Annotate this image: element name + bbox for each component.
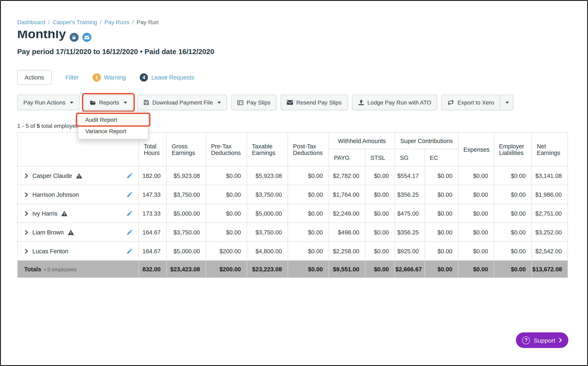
table-cell: $5,000.00: [166, 204, 206, 223]
lodge-pay-run-ato-button[interactable]: Lodge Pay Run with ATO: [352, 95, 437, 110]
warning-icon[interactable]: [68, 229, 74, 235]
table-cell: $2,782.00: [329, 166, 365, 185]
employee-name[interactable]: Lucas Fenton: [32, 248, 68, 254]
expand-chevron-icon[interactable]: [24, 192, 29, 197]
table-cell: $0.00: [425, 185, 458, 204]
edit-pencil-icon[interactable]: [127, 173, 132, 178]
export-to-xero-caret-button[interactable]: [500, 95, 513, 110]
edit-pencil-icon[interactable]: [127, 248, 132, 254]
table-cell: $5,000.00: [166, 242, 206, 260]
support-button[interactable]: ? Support: [516, 332, 568, 348]
breadcrumb-business[interactable]: Casper's Training: [53, 19, 97, 25]
toolbar: Pay Run Actions Reports Download Payment…: [17, 95, 571, 110]
lock-icon[interactable]: [70, 33, 79, 42]
page-header: Monthly: [17, 31, 571, 43]
warning-icon[interactable]: [61, 210, 68, 216]
expand-chevron-icon[interactable]: [24, 249, 29, 253]
table-cell: $200.00: [206, 242, 247, 260]
download-payment-file-label: Download Payment File: [152, 99, 213, 106]
breadcrumb-dashboard[interactable]: Dashboard: [17, 19, 45, 25]
pretax-deductions-total: $200.00: [206, 260, 247, 278]
tab-leave-requests[interactable]: 4 Leave Requests: [140, 73, 195, 82]
pay-slips-label: Pay Slips: [247, 99, 271, 106]
breadcrumb-current: Pay Run: [137, 19, 158, 25]
menu-item-variance-report[interactable]: Variance Report: [78, 125, 148, 137]
pay-slips-button[interactable]: Pay Slips: [231, 95, 277, 110]
edit-pencil-icon[interactable]: [127, 229, 132, 235]
table-cell: $356.25: [395, 223, 425, 242]
caret-down-icon: [70, 101, 73, 104]
pay-run-actions-button[interactable]: Pay Run Actions: [17, 95, 79, 110]
summary-prefix: 1 - 5 of: [17, 122, 37, 129]
tab-actions[interactable]: Actions: [17, 70, 52, 85]
chevron-right-icon: [559, 338, 562, 343]
menu-item-audit-report[interactable]: Audit Report: [78, 114, 148, 125]
lodge-pay-run-ato-label: Lodge Pay Run with ATO: [367, 99, 431, 106]
expand-chevron-icon[interactable]: [24, 211, 29, 216]
group-super-contributions: Super Contributions: [395, 133, 458, 149]
totals-label: Totals: [24, 266, 41, 272]
payg-total: $9,551.00: [329, 260, 365, 278]
tab-warning[interactable]: 1 Warning: [93, 73, 126, 82]
table-cell: $0.00: [365, 166, 395, 185]
employee-name[interactable]: Ivy Harris: [32, 210, 57, 217]
col-pretax-deductions: Pre-Tax Deductions: [206, 133, 247, 166]
employer-liabilities-total: $0.00: [494, 260, 532, 278]
table-cell: $3,141.08: [532, 166, 568, 185]
tab-filter[interactable]: Filter: [65, 74, 78, 81]
export-to-xero-button[interactable]: Export to Xero: [442, 95, 500, 110]
edit-pencil-icon[interactable]: [127, 210, 132, 216]
breadcrumb-pay-runs[interactable]: Pay Runs: [105, 19, 129, 25]
resend-pay-slips-button[interactable]: Resend Pay Slips: [281, 95, 348, 110]
table-cell: $2,258.00: [329, 242, 365, 260]
table-cell: $4,800.00: [247, 242, 288, 260]
edit-pencil-icon[interactable]: [127, 192, 132, 197]
export-to-xero-label: Export to Xero: [458, 99, 494, 106]
table-cell: $0.00: [206, 223, 247, 242]
table-cell: $0.00: [425, 166, 458, 185]
table-cell: $0.00: [288, 185, 329, 204]
table-row: Lucas Fenton164.67$5,000.00$200.00$4,800…: [17, 242, 568, 260]
totals-label-cell: Totals • 5 employees: [17, 260, 139, 278]
table-cell: $0.00: [494, 204, 532, 223]
table-cell: $0.00: [425, 223, 458, 242]
envelope-icon[interactable]: [82, 33, 91, 42]
total-hours-total: 832.00: [139, 260, 166, 278]
folder-open-icon: [90, 100, 96, 105]
reports-button[interactable]: Reports: [83, 95, 133, 110]
expand-chevron-icon[interactable]: [24, 173, 29, 178]
table-cell: $0.00: [365, 223, 395, 242]
table-cell: $0.00: [206, 204, 247, 223]
question-circle-icon: ?: [522, 336, 530, 344]
resend-pay-slips-label: Resend Pay Slips: [296, 99, 341, 106]
table-cell: $0.00: [288, 242, 329, 260]
table-cell: $356.25: [395, 185, 425, 204]
pay-period-subtitle: Pay period 17/11/2020 to 16/12/2020 • Pa…: [17, 47, 571, 56]
table-cell: $0.00: [288, 204, 329, 223]
employee-name[interactable]: Liam Brown: [32, 229, 64, 236]
summary-suffix: total employees: [40, 122, 82, 129]
table-cell: $3,252.00: [532, 223, 568, 242]
table-row: Liam Brown164.67$3,750.00$0.00$3,750.00$…: [17, 223, 568, 242]
table-cell: $0.00: [458, 223, 494, 242]
download-payment-file-button[interactable]: Download Payment File: [137, 95, 227, 110]
employee-rows: Casper Claude182.00$5,923.08$0.00$5,923.…: [17, 166, 568, 260]
sg-total: $2,666.67: [395, 260, 425, 278]
table-cell: 164.67: [139, 223, 166, 242]
gross-earnings-total: $23,423.08: [166, 260, 206, 278]
table-cell: $0.00: [494, 242, 532, 260]
employee-name[interactable]: Harrison Johnson: [32, 191, 79, 198]
ec-total: $0.00: [425, 260, 458, 278]
table-cell: $0.00: [365, 185, 395, 204]
table-cell: 173.33: [139, 204, 166, 223]
warning-icon[interactable]: [75, 173, 82, 178]
table-row: Harrison Johnson147.33$3,750.00$0.00$3,7…: [17, 185, 568, 204]
breadcrumb-separator: /: [48, 19, 50, 25]
upload-icon: [358, 99, 364, 105]
table-cell: $0.00: [458, 242, 494, 260]
expand-chevron-icon[interactable]: [24, 230, 29, 235]
table-cell: $0.00: [206, 185, 247, 204]
export-to-xero-split-button: Export to Xero: [442, 95, 513, 110]
posttax-deductions-total: $0.00: [288, 260, 329, 278]
employee-name[interactable]: Casper Claude: [32, 172, 72, 179]
